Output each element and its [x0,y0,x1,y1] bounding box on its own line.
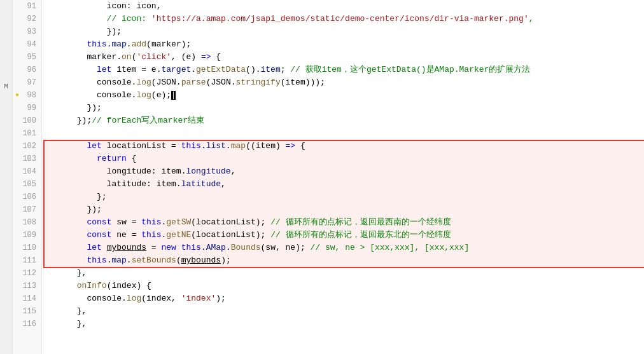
code-line-91: icon: icon, [42,0,644,13]
line-num-108: 108 [13,216,41,229]
code-line-116: }, [42,318,644,330]
line-num-116: 116 [13,318,41,330]
code-line-107: }); [42,203,644,216]
line-num-99: 99 [13,102,41,114]
left-margin: M [0,0,13,354]
line-num-113: 113 [13,280,41,292]
line-num-112: 112 [13,267,41,280]
code-line-106: }; [42,191,644,203]
line-num-104: 104 [13,165,41,178]
code-line-99: }); [42,102,644,114]
line-num-115: 115 [13,305,41,318]
code-line-103: return { [42,153,644,165]
line-num-102: 102 [13,140,41,153]
code-line-93: }); [42,25,644,38]
line-num-95: 95 [13,51,41,64]
code-line-115: }, [42,305,644,318]
code-line-109: const ne = this.getNE(locationList); // … [42,229,644,242]
code-line-113: onInfo(index) { [42,280,644,292]
code-line-112: }, [42,267,644,280]
line-num-97: 97 [13,76,41,89]
code-line-102: let locationList = this.list.map((item) … [42,140,644,153]
code-line-110: let mybounds = new this.AMap.Bounds(sw, … [42,242,644,254]
code-line-105: latitude: item.latitude, [42,178,644,191]
line-num-98: 98 [13,89,41,102]
code-area[interactable]: icon: icon, // icon: 'https://a.amap.com… [42,0,644,354]
code-line-104: longitude: item.longitude, [42,165,644,178]
code-line-100: });// forEach写入marker结束 [42,114,644,127]
line-num-103: 103 [13,153,41,165]
line-num-101: 101 [13,127,41,140]
line-num-91: 91 [13,0,41,13]
code-lines: icon: icon, // icon: 'https://a.amap.com… [42,0,644,330]
code-line-94: this.map.add(marker); [42,38,644,51]
line-num-92: 92 [13,13,41,25]
line-num-96: 96 [13,64,41,76]
line-num-106: 106 [13,191,41,203]
code-line-114: console.log(index, 'index'); [42,292,644,305]
margin-letter: M [4,83,8,90]
line-num-111: 111 [13,254,41,267]
line-num-94: 94 [13,38,41,51]
line-num-109: 109 [13,229,41,242]
code-line-96: let item = e.target.getExtData().item; /… [42,64,644,76]
code-line-97: console.log(JSON.parse(JSON.stringify(it… [42,76,644,89]
code-line-108: const sw = this.getSW(locationList); // … [42,216,644,229]
line-num-100: 100 [13,114,41,127]
code-line-98: console.log(e);| [42,89,644,102]
line-num-107: 107 [13,203,41,216]
editor-container: M 91 92 93 94 95 96 97 98 99 100 101 102… [0,0,644,354]
code-line-92: // icon: 'https://a.amap.com/jsapi_demos… [42,13,644,25]
code-line-95: marker.on('click', (e) => { [42,51,644,64]
line-num-114: 114 [13,292,41,305]
line-num-105: 105 [13,178,41,191]
line-num-93: 93 [13,25,41,38]
code-line-101 [42,127,644,140]
code-line-111: this.map.setBounds(mybounds); [42,254,644,267]
line-gutter: 91 92 93 94 95 96 97 98 99 100 101 102 1… [13,0,42,354]
line-num-110: 110 [13,242,41,254]
